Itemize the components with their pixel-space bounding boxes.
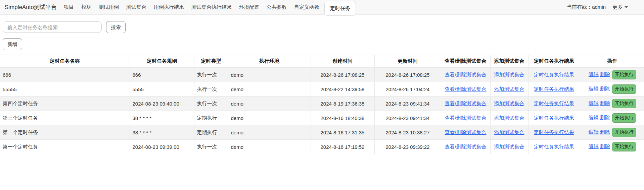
cell-task-rule: 2024-08-23 09:40:00	[130, 97, 194, 111]
exec-result-link[interactable]: 定时任务执行结果	[534, 72, 574, 77]
edit-link[interactable]: 编辑	[589, 129, 599, 135]
nav-item-8[interactable]: 自定义函数	[290, 4, 323, 10]
header-view-delete-collection: 查看/删除测试集合	[441, 55, 490, 68]
add-collection-link[interactable]: 添加测试集合	[494, 144, 524, 149]
cell-task-type: 定期执行	[194, 111, 228, 125]
cell-add-collection: 添加测试集合	[490, 140, 528, 154]
cell-view-delete-collection: 查看/删除测试集合	[441, 125, 490, 140]
table-row: 第三个定时任务 38 * * * * 定期执行 demo 2024-8-16 1…	[0, 111, 644, 125]
cell-created: 2024-8-16 17:31:35	[311, 125, 374, 140]
header-task-rule: 定时任务规则	[130, 55, 194, 68]
view-delete-collection-link[interactable]: 查看/删除测试集合	[445, 86, 486, 92]
online-status: 当前在线：admin	[567, 4, 606, 10]
cell-view-delete-collection: 查看/删除测试集合	[441, 111, 490, 125]
cell-exec-result: 定时任务执行结果	[528, 68, 580, 82]
nav-item-3[interactable]: 测试集合	[123, 4, 150, 10]
edit-link[interactable]: 编辑	[589, 100, 599, 106]
cell-task-name: 第三个定时任务	[0, 111, 130, 125]
nav-item-7[interactable]: 公共参数	[263, 4, 290, 10]
cell-env: demo	[228, 97, 311, 111]
delete-link[interactable]: 删除	[600, 100, 610, 106]
nav-item-6[interactable]: 环境配置	[235, 4, 263, 10]
cell-updated: 2024-8-23 10:38:27	[374, 125, 441, 140]
edit-link[interactable]: 编辑	[589, 71, 599, 77]
view-delete-collection-link[interactable]: 查看/删除测试集合	[445, 101, 486, 106]
table-header-row: 定时任务名称 定时任务规则 定时类型 执行环境 创建时间 更新时间 查看/删除测…	[0, 55, 644, 68]
search-button[interactable]: 搜索	[106, 21, 126, 33]
add-collection-link[interactable]: 添加测试集合	[494, 72, 524, 77]
header-exec-result: 定时任务执行结果	[528, 55, 580, 68]
edit-link[interactable]: 编辑	[589, 143, 599, 149]
view-delete-collection-link[interactable]: 查看/删除测试集合	[445, 115, 486, 121]
cell-created: 2024-8-16 18:40:38	[311, 111, 374, 125]
scheduled-tasks-table: 定时任务名称 定时任务规则 定时类型 执行环境 创建时间 更新时间 查看/删除测…	[0, 55, 644, 154]
nav-item-1[interactable]: 模块	[78, 4, 95, 10]
header-env: 执行环境	[228, 55, 311, 68]
cell-task-type: 执行一次	[194, 82, 228, 97]
exec-result-link[interactable]: 定时任务执行结果	[534, 86, 574, 92]
delete-link[interactable]: 删除	[600, 86, 610, 91]
edit-link[interactable]: 编辑	[589, 115, 599, 120]
delete-link[interactable]: 删除	[600, 129, 610, 135]
cell-task-rule: 2024-08-23 09:39:00	[130, 140, 194, 154]
tab-scheduled-tasks[interactable]: 定时任务	[324, 1, 356, 16]
cell-updated: 2024-8-23 09:41:34	[374, 97, 441, 111]
add-row: 新增	[0, 33, 644, 50]
start-execute-button[interactable]: 开始执行	[612, 70, 636, 79]
delete-link[interactable]: 删除	[600, 143, 610, 149]
nav-item-0[interactable]: 项目	[60, 4, 78, 10]
edit-link[interactable]: 编辑	[589, 86, 599, 91]
header-updated: 更新时间	[374, 55, 441, 68]
table-row: 55555 5555 执行一次 demo 2024-8-22 14:39:58 …	[0, 82, 644, 97]
exec-result-link[interactable]: 定时任务执行结果	[534, 129, 574, 135]
nav-item-2[interactable]: 测试用例	[95, 4, 123, 10]
cell-task-rule: 5555	[130, 82, 194, 97]
exec-result-link[interactable]: 定时任务执行结果	[534, 101, 574, 106]
start-execute-button[interactable]: 开始执行	[612, 84, 636, 94]
cell-actions: 编辑删除开始执行	[580, 111, 644, 125]
header-created: 创建时间	[311, 55, 374, 68]
search-bar: 搜索	[0, 15, 644, 33]
add-collection-link[interactable]: 添加测试集合	[494, 115, 524, 121]
table-row: 666 666 执行一次 demo 2024-8-26 17:08:25 202…	[0, 68, 644, 82]
more-label: 更多	[612, 4, 623, 10]
exec-result-link[interactable]: 定时任务执行结果	[534, 115, 574, 121]
add-collection-link[interactable]: 添加测试集合	[494, 86, 524, 92]
view-delete-collection-link[interactable]: 查看/删除测试集合	[445, 72, 486, 77]
cell-exec-result: 定时任务执行结果	[528, 82, 580, 97]
add-collection-link[interactable]: 添加测试集合	[494, 129, 524, 135]
add-collection-link[interactable]: 添加测试集合	[494, 101, 524, 106]
search-input[interactable]	[3, 21, 102, 33]
cell-task-rule: 38 * * * *	[130, 125, 194, 140]
cell-task-name: 第二个定时任务	[0, 125, 130, 140]
start-execute-button[interactable]: 开始执行	[612, 142, 636, 151]
cell-add-collection: 添加测试集合	[490, 125, 528, 140]
nav-item-5[interactable]: 测试集合执行结果	[188, 4, 235, 10]
table-body: 666 666 执行一次 demo 2024-8-26 17:08:25 202…	[0, 68, 644, 154]
delete-link[interactable]: 删除	[600, 71, 610, 77]
cell-created: 2024-8-19 17:36:35	[311, 97, 374, 111]
header-task-name: 定时任务名称	[0, 55, 130, 68]
start-execute-button[interactable]: 开始执行	[612, 99, 636, 108]
view-delete-collection-link[interactable]: 查看/删除测试集合	[445, 129, 486, 135]
cell-task-type: 执行一次	[194, 68, 228, 82]
add-button[interactable]: 新增	[3, 38, 22, 50]
cell-updated: 2024-8-26 17:04:24	[374, 82, 441, 97]
navbar-right: 当前在线：admin 更多	[567, 4, 644, 10]
start-execute-button[interactable]: 开始执行	[612, 128, 636, 137]
cell-updated: 2024-8-23 09:39:22	[374, 140, 441, 154]
cell-view-delete-collection: 查看/删除测试集合	[441, 140, 490, 154]
cell-env: demo	[228, 125, 311, 140]
table-row: 第一个定时任务 2024-08-23 09:39:00 执行一次 demo 20…	[0, 140, 644, 154]
cell-exec-result: 定时任务执行结果	[528, 111, 580, 125]
cell-updated: 2024-8-23 09:41:34	[374, 111, 441, 125]
cell-env: demo	[228, 68, 311, 82]
exec-result-link[interactable]: 定时任务执行结果	[534, 144, 574, 149]
cell-add-collection: 添加测试集合	[490, 82, 528, 97]
view-delete-collection-link[interactable]: 查看/删除测试集合	[445, 144, 486, 149]
cell-view-delete-collection: 查看/删除测试集合	[441, 68, 490, 82]
nav-item-4[interactable]: 用例执行结果	[150, 4, 188, 10]
start-execute-button[interactable]: 开始执行	[612, 113, 636, 123]
delete-link[interactable]: 删除	[600, 115, 610, 120]
more-dropdown[interactable]: 更多	[612, 4, 628, 10]
